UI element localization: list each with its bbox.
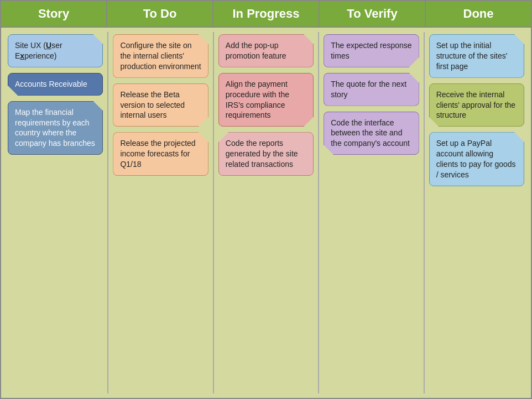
card-text: Release the Beta version to selected int… <box>120 90 185 120</box>
column-inprogress: Add the pop-up promotion feature Align t… <box>214 32 319 393</box>
header-inprogress: In Progress <box>213 1 320 28</box>
card-done-3[interactable]: Set up a PayPal account allowing clients… <box>429 132 524 186</box>
card-story-ar[interactable]: Accounts Receivable <box>8 73 103 96</box>
header-row: Story To Do In Progress To Verify Done <box>1 1 531 28</box>
card-done-2[interactable]: Receive the internal clients' approval f… <box>429 83 524 127</box>
card-text: Release the projected income forecasts f… <box>120 139 195 169</box>
card-text: Set up a PayPal account allowing clients… <box>436 139 516 179</box>
card-todo-1[interactable]: Configure the site on the internal clien… <box>113 34 208 78</box>
column-story: Site UX (User Experience) Accounts Recei… <box>3 32 108 393</box>
card-verify-1[interactable]: The expected response times <box>324 34 419 67</box>
card-verify-2[interactable]: The quote for the next story <box>324 73 419 106</box>
card-text: Align the payment procedure with the IRS… <box>226 80 289 120</box>
body-row: Site UX (User Experience) Accounts Recei… <box>1 28 531 398</box>
card-story-ux[interactable]: Site UX (User Experience) <box>8 34 103 67</box>
kanban-board: Story To Do In Progress To Verify Done S… <box>0 0 532 399</box>
column-toverify: The expected response times The quote fo… <box>319 32 424 393</box>
card-text: Map the financial requirements by each c… <box>15 108 95 148</box>
card-inprog-1[interactable]: Add the pop-up promotion feature <box>218 34 314 67</box>
header-toverify: To Verify <box>320 1 426 28</box>
header-todo: To Do <box>107 1 213 28</box>
card-text: Accounts Receivable <box>15 80 87 88</box>
card-text: Receive the internal clients' approval f… <box>436 90 516 120</box>
card-text: Code the interface between the site and … <box>331 118 410 148</box>
card-text: The quote for the next story <box>331 80 406 99</box>
header-done: Done <box>426 1 531 28</box>
column-todo: Configure the site on the internal clien… <box>108 32 213 393</box>
card-inprog-2[interactable]: Align the payment procedure with the IRS… <box>218 73 314 127</box>
card-text: The expected response times <box>331 41 411 60</box>
card-text: Site UX (User Experience) <box>15 41 62 60</box>
header-story: Story <box>1 1 107 28</box>
card-verify-3[interactable]: Code the interface between the site and … <box>324 112 419 155</box>
card-story-map[interactable]: Map the financial requirements by each c… <box>8 101 103 155</box>
column-done: Set up the initial structure of the site… <box>425 32 529 393</box>
card-text: Configure the site on the internal clien… <box>120 41 201 71</box>
card-text: Set up the initial structure of the site… <box>436 41 508 71</box>
card-text: Add the pop-up promotion feature <box>226 41 286 60</box>
card-done-1[interactable]: Set up the initial structure of the site… <box>429 34 524 78</box>
card-todo-2[interactable]: Release the Beta version to selected int… <box>113 83 208 127</box>
card-todo-3[interactable]: Release the projected income forecasts f… <box>113 132 208 176</box>
card-inprog-3[interactable]: Code the reports generated by the site r… <box>218 132 314 176</box>
card-text: Code the reports generated by the site r… <box>226 139 298 169</box>
